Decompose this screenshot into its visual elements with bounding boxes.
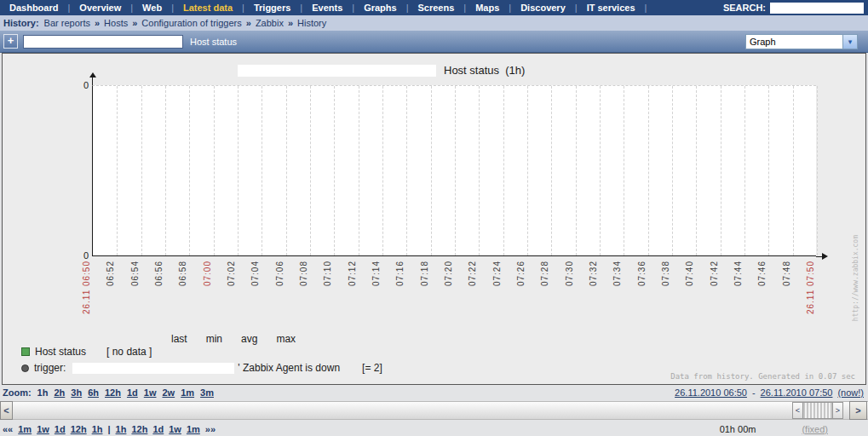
x-tick-label: 06:58: [178, 261, 187, 286]
zoom-link-2w[interactable]: 2w: [162, 387, 175, 398]
nav-item-screens[interactable]: Screens: [413, 3, 460, 13]
zoom-link-1m[interactable]: 1m: [181, 387, 194, 398]
x-tick-label: 07:00: [203, 261, 212, 286]
y-tick-label-bottom: 0: [76, 250, 89, 261]
slider-left-handle[interactable]: <: [792, 402, 803, 419]
gridline: [576, 86, 577, 255]
graph-name-input[interactable]: [23, 35, 183, 49]
add-favourite-button[interactable]: +: [3, 34, 18, 49]
chevron-down-icon[interactable]: ▾: [842, 35, 857, 49]
time-range: 26.11.2010 06:50 - 26.11.2010 07:50 (now…: [675, 387, 865, 398]
forward-link-1w[interactable]: 1w: [169, 424, 181, 434]
forward-all-link[interactable]: »»: [205, 424, 216, 434]
breadcrumb-separator: »: [284, 18, 297, 28]
x-tick-label: 26.11 07:50: [806, 261, 815, 314]
zoom-link-3m[interactable]: 3m: [200, 387, 214, 398]
series-color-swatch: [21, 347, 30, 356]
range-end-link[interactable]: 26.11.2010 07:50: [761, 387, 833, 398]
nav-item-overview[interactable]: Overview: [74, 3, 126, 13]
slider-grip[interactable]: [803, 402, 832, 419]
rewind-all-link[interactable]: ««: [3, 424, 13, 434]
view-mode-select[interactable]: Graph ▾: [745, 34, 858, 49]
nav-item-maps[interactable]: Maps: [470, 3, 504, 13]
fixed-link[interactable]: (fixed): [802, 424, 828, 434]
x-tick-label: 07:14: [371, 261, 381, 286]
zoom-link-2h[interactable]: 2h: [54, 387, 65, 398]
zoom-link-1d[interactable]: 1d: [127, 387, 138, 398]
scroll-left-button[interactable]: <: [0, 401, 13, 420]
x-tick-label: 07:22: [468, 261, 477, 286]
nav-item-discovery[interactable]: Discovery: [515, 3, 571, 13]
forward-link-1d[interactable]: 1d: [152, 424, 164, 434]
scroll-right-button[interactable]: >: [849, 401, 867, 420]
hostname-redacted-box: [238, 65, 436, 77]
back-link-1w[interactable]: 1w: [37, 424, 49, 434]
gridline: [721, 86, 721, 255]
back-link-1d[interactable]: 1d: [55, 424, 66, 434]
x-tick-label: 07:46: [757, 261, 767, 286]
gridline: [672, 86, 673, 255]
top-navbar: Dashboard|Overview|Web|Latest data|Trigg…: [0, 0, 868, 15]
range-start-link[interactable]: 26.11.2010 06:50: [675, 387, 747, 398]
breadcrumb-item-bar-reports[interactable]: Bar reports: [44, 18, 90, 28]
forward-link-12h[interactable]: 12h: [131, 424, 147, 434]
gridline: [431, 86, 432, 255]
graph-panel: Host status (1h) 0 0 26.11 06:5006:5206:…: [2, 53, 866, 385]
nav-separator: |: [571, 3, 582, 13]
zoom-link-6h[interactable]: 6h: [88, 387, 99, 398]
zoom-link-1w[interactable]: 1w: [144, 387, 157, 398]
gridline: [503, 86, 504, 255]
zoom-link-12h[interactable]: 12h: [105, 387, 121, 398]
gridline: [165, 86, 166, 255]
nav-item-web[interactable]: Web: [137, 3, 167, 13]
history-bar: History: Bar reports»Hosts»Configuration…: [0, 15, 868, 31]
nav-item-events[interactable]: Events: [307, 3, 348, 13]
breadcrumb-item-hosts[interactable]: Hosts: [104, 18, 128, 28]
breadcrumb-item-history[interactable]: History: [297, 18, 326, 28]
breadcrumb-item-configuration-of-triggers[interactable]: Configuration of triggers: [141, 18, 241, 28]
gridline: [551, 86, 552, 255]
zoom-current-1h: 1h: [37, 387, 49, 398]
x-tick-label: 07:18: [420, 261, 429, 286]
nav-item-latest-data[interactable]: Latest data: [178, 3, 238, 13]
x-tick-label: 06:52: [106, 261, 115, 286]
trigger-marker-icon: [21, 364, 29, 372]
zoom-label: Zoom:: [3, 387, 32, 398]
nav-item-it-services[interactable]: IT services: [582, 3, 641, 13]
x-tick-label: 06:54: [130, 261, 140, 286]
x-tick-label: 07:12: [348, 261, 357, 286]
slider-right-handle[interactable]: >: [832, 402, 843, 419]
forward-link-1h[interactable]: 1h: [116, 424, 127, 434]
nav-separator: |: [238, 3, 249, 13]
x-tick-label: 07:44: [733, 261, 743, 286]
zoom-bar: Zoom: 1h 2h3h6h12h1d1w2w1m3m 26.11.2010 …: [3, 387, 865, 398]
plot-area[interactable]: [92, 85, 816, 256]
gridline: [262, 86, 262, 255]
gridline: [624, 86, 624, 255]
back-link-1h[interactable]: 1h: [92, 424, 103, 434]
nav-item-graphs[interactable]: Graphs: [359, 3, 402, 13]
nav-item-dashboard[interactable]: Dashboard: [4, 3, 63, 13]
breadcrumb-item-zabbix[interactable]: Zabbix: [256, 18, 284, 28]
zoom-link-3h[interactable]: 3h: [71, 387, 82, 398]
scrollbar-track[interactable]: [0, 401, 868, 420]
x-tick-label: 07:20: [444, 261, 453, 286]
x-tick-label: 07:32: [589, 261, 598, 286]
legend-header-min: min: [206, 333, 222, 345]
now-link[interactable]: (now!): [837, 387, 864, 398]
trigger-description: ' Zabbix Agent is down: [238, 362, 340, 374]
back-link-1m[interactable]: 1m: [18, 424, 32, 434]
gridline: [359, 86, 359, 255]
nav-separator: |: [296, 3, 307, 13]
x-tick-label: 07:40: [685, 261, 694, 286]
x-tick-label: 07:38: [661, 261, 670, 286]
breadcrumb-separator: »: [90, 18, 104, 28]
scrollbar-slider[interactable]: < >: [792, 402, 843, 419]
search-input[interactable]: [770, 3, 864, 14]
legend-header-max: max: [276, 333, 296, 345]
gridline: [238, 86, 239, 255]
forward-link-1m[interactable]: 1m: [187, 424, 200, 434]
gridline: [214, 86, 215, 255]
back-link-12h[interactable]: 12h: [71, 424, 87, 434]
nav-item-triggers[interactable]: Triggers: [249, 3, 296, 13]
